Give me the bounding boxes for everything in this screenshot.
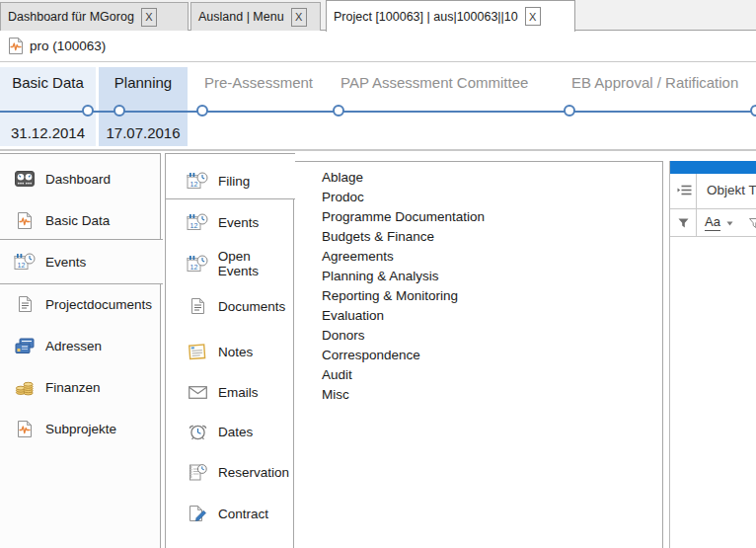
menu-item-notes[interactable]: Notes: [186, 331, 294, 372]
sidebar-item-adressen[interactable]: Adressen: [14, 325, 162, 366]
page-pulse-icon: [14, 211, 36, 230]
list-item-correspondence[interactable]: Correspondence: [294, 346, 662, 365]
filter-funnel-icon[interactable]: [678, 218, 689, 228]
list-item-audit[interactable]: Audit: [294, 365, 662, 385]
menu-item-label: Contract: [218, 507, 268, 521]
tab-bar: Dashboard für MGorog X Ausland | Menu X …: [0, 0, 756, 31]
svg-text:12: 12: [189, 264, 197, 271]
section-divider: [0, 149, 756, 151]
menu-item-reservation[interactable]: Reservation: [186, 451, 294, 493]
menu-item-filing[interactable]: 12 Filing: [186, 160, 294, 201]
grid-filter-row: Aa: [670, 209, 756, 237]
document-title: pro (100063): [30, 39, 106, 53]
tab-project[interactable]: Project [100063] | aus|100063||10 X: [326, 0, 575, 32]
timeline-step-label[interactable]: EB Approval / Ratification: [571, 74, 738, 91]
filter-funnel-outline-icon[interactable]: [749, 218, 756, 228]
list-item-planning-analysis[interactable]: Planning & Analysis: [294, 267, 662, 286]
sidebar-item-label: Projectdocuments: [45, 297, 152, 312]
list-item-misc[interactable]: Misc: [294, 385, 662, 405]
tab-ausland-menu[interactable]: Ausland | Menu X: [190, 2, 321, 31]
document-bar: pro (100063): [0, 31, 756, 62]
sidebar-item-label: Events: [45, 255, 86, 270]
menu-item-label: Open Events: [218, 249, 294, 278]
sidebar-item-label: Adressen: [45, 339, 102, 353]
sidebar-item-projectdocuments[interactable]: Projectdocuments: [14, 283, 162, 325]
case-filter-button[interactable]: Aa: [705, 214, 720, 231]
sidebar-item-finanzen[interactable]: Finanzen: [14, 366, 162, 408]
workflow-timeline: Basic Data Planning Pre-Assessment PAP A…: [0, 62, 756, 149]
sidebar-item-label: Finanzen: [45, 380, 101, 395]
calendar-clock-icon: 12: [186, 254, 209, 274]
list-item-agreements[interactable]: Agreements: [294, 247, 662, 267]
tab-label: Dashboard für MGorog: [8, 10, 134, 24]
tab-dashboard[interactable]: Dashboard für MGorog X: [0, 2, 189, 31]
calendar-clock-icon: 12: [186, 212, 209, 232]
address-cards-icon: [14, 338, 36, 354]
menu-item-contract[interactable]: Contract: [186, 493, 294, 534]
menu-item-emails[interactable]: Emails: [186, 371, 294, 413]
menu-item-open-events[interactable]: 12 Open Events: [186, 243, 294, 284]
list-item-donors[interactable]: Donors: [294, 326, 662, 346]
list-item-reporting-monitoring[interactable]: Reporting & Monitoring: [294, 286, 662, 306]
alarm-clock-icon: [186, 423, 209, 441]
calendar-clock-icon: 12: [14, 252, 36, 272]
coins-icon: [14, 378, 36, 396]
menu-item-label: Documents: [218, 299, 285, 314]
menu-item-events[interactable]: 12 Events: [186, 201, 294, 243]
page-pulse-icon: [14, 420, 36, 438]
note-icon: [186, 344, 209, 360]
menu-item-label: Emails: [218, 385, 259, 400]
list-item-prodoc[interactable]: Prodoc: [294, 188, 662, 207]
list-item-ablage[interactable]: Ablage: [294, 168, 662, 188]
svg-text:12: 12: [190, 222, 198, 229]
tab-label: Project [100063] | aus|100063||10: [334, 10, 518, 24]
sidebar-item-label: Dashboard: [45, 172, 111, 187]
envelope-icon: [186, 386, 209, 399]
column-header-objekt[interactable]: Objekt T: [707, 183, 756, 197]
menu-item-dates[interactable]: Dates: [186, 411, 294, 452]
menu-item-label: Notes: [218, 345, 253, 359]
dashboard-icon: [14, 171, 36, 187]
sidebar-item-dashboard[interactable]: Dashboard: [14, 158, 162, 199]
list-item-budgets-finance[interactable]: Budgets & Finance: [294, 227, 662, 247]
sidebar-item-basic-data[interactable]: Basic Data: [14, 199, 162, 241]
sidebar-item-subprojekte[interactable]: Subprojekte: [14, 408, 162, 449]
menu-item-label: Reservation: [218, 465, 289, 480]
timeline-step-label[interactable]: Planning: [99, 74, 188, 91]
menu-item-label: Filing: [218, 174, 250, 189]
sidebar-item-events[interactable]: 12 Events: [14, 241, 162, 282]
filing-category-list: Ablage Prodoc Programme Documentation Bu…: [294, 168, 662, 405]
timeline-node: [82, 105, 94, 117]
object-grid-panel: Objekt T Aa: [669, 161, 756, 548]
timeline-step-date: 31.12.2014: [0, 124, 96, 141]
timeline-step-date: 17.07.2016: [99, 124, 188, 141]
notepad-clock-icon: [186, 463, 209, 482]
list-item-evaluation[interactable]: Evaluation: [294, 306, 662, 326]
tab-label: Ausland | Menu: [198, 10, 284, 24]
calendar-clock-icon: 12: [186, 171, 209, 191]
grid-column-header-row: Objekt T: [670, 174, 756, 209]
tab-close-button[interactable]: X: [291, 8, 307, 27]
timeline-step-label[interactable]: PAP Assessment Committee: [340, 74, 528, 91]
timeline-step-label[interactable]: Basic Data: [0, 74, 96, 91]
application-window: Dashboard für MGorog X Ausland | Menu X …: [0, 0, 756, 548]
group-by-icon[interactable]: [677, 184, 693, 196]
menu-item-label: Dates: [218, 425, 253, 439]
menu-item-label: Events: [218, 215, 259, 230]
menu-item-documents[interactable]: Documents: [186, 285, 294, 327]
timeline-node: [750, 105, 756, 117]
contract-pen-icon: [186, 505, 209, 522]
sidebar-item-label: Subprojekte: [45, 422, 116, 436]
timeline-node: [113, 105, 125, 117]
document-lines-icon: [186, 297, 209, 315]
timeline-node: [333, 105, 344, 117]
tab-close-button[interactable]: X: [141, 8, 157, 27]
timeline-node: [196, 105, 208, 117]
grid-accent-bar: [670, 161, 756, 174]
svg-text:12: 12: [190, 181, 198, 188]
chevron-down-icon[interactable]: [726, 221, 733, 226]
timeline-step-label[interactable]: Pre-Assessment: [204, 74, 313, 91]
svg-text:12: 12: [18, 262, 26, 269]
tab-close-button[interactable]: X: [525, 7, 541, 26]
list-item-programme-documentation[interactable]: Programme Documentation: [294, 207, 662, 227]
